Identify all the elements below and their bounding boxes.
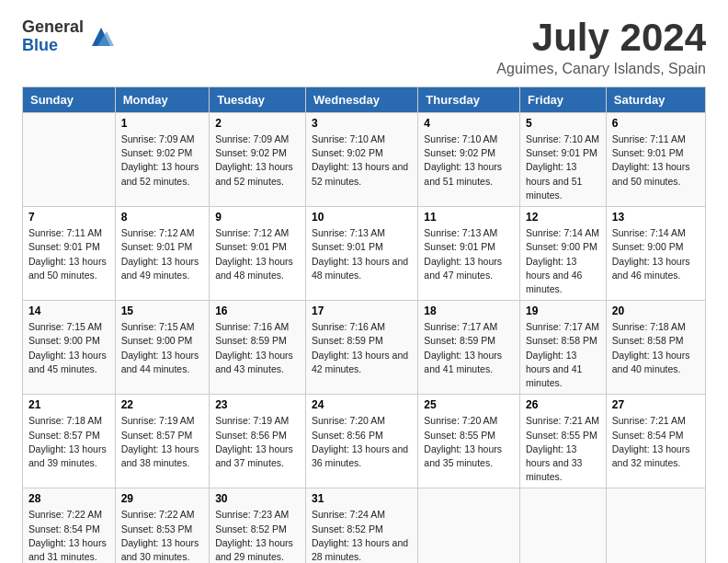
day-number: 8 <box>121 211 204 224</box>
calendar-week-row: 21Sunrise: 7:18 AM Sunset: 8:57 PM Dayli… <box>23 395 706 488</box>
day-info: Sunrise: 7:16 AM Sunset: 8:59 PM Dayligh… <box>215 320 300 376</box>
calendar-cell: 5Sunrise: 7:10 AM Sunset: 9:01 PM Daylig… <box>520 113 607 207</box>
calendar-cell: 26Sunrise: 7:21 AM Sunset: 8:55 PM Dayli… <box>520 395 607 488</box>
day-number: 4 <box>424 117 514 130</box>
day-number: 18 <box>424 304 514 317</box>
calendar-cell: 17Sunrise: 7:16 AM Sunset: 8:59 PM Dayli… <box>306 301 418 395</box>
calendar-week-row: 28Sunrise: 7:22 AM Sunset: 8:54 PM Dayli… <box>23 488 706 563</box>
day-info: Sunrise: 7:15 AM Sunset: 9:00 PM Dayligh… <box>28 320 109 376</box>
day-info: Sunrise: 7:09 AM Sunset: 9:02 PM Dayligh… <box>215 132 300 189</box>
day-number: 10 <box>312 211 412 224</box>
day-info: Sunrise: 7:21 AM Sunset: 8:55 PM Dayligh… <box>526 414 600 484</box>
calendar-cell: 6Sunrise: 7:11 AM Sunset: 9:01 PM Daylig… <box>606 113 705 207</box>
day-info: Sunrise: 7:22 AM Sunset: 8:54 PM Dayligh… <box>28 508 109 563</box>
day-number: 20 <box>612 304 700 317</box>
calendar-cell: 28Sunrise: 7:22 AM Sunset: 8:54 PM Dayli… <box>23 488 116 563</box>
calendar-cell: 18Sunrise: 7:17 AM Sunset: 8:59 PM Dayli… <box>418 301 520 395</box>
calendar-cell: 11Sunrise: 7:13 AM Sunset: 9:01 PM Dayli… <box>418 207 520 301</box>
day-number: 7 <box>28 211 109 224</box>
calendar-cell: 22Sunrise: 7:19 AM Sunset: 8:57 PM Dayli… <box>115 395 210 488</box>
day-number: 5 <box>526 117 600 130</box>
page-header: General Blue July 2024 Aguimes, Canary I… <box>22 18 706 77</box>
day-number: 12 <box>526 211 600 224</box>
calendar-cell: 20Sunrise: 7:18 AM Sunset: 8:58 PM Dayli… <box>606 301 705 395</box>
day-info: Sunrise: 7:21 AM Sunset: 8:54 PM Dayligh… <box>612 414 700 470</box>
day-info: Sunrise: 7:12 AM Sunset: 9:01 PM Dayligh… <box>121 226 204 282</box>
day-info: Sunrise: 7:12 AM Sunset: 9:01 PM Dayligh… <box>215 226 300 282</box>
day-number: 22 <box>121 398 204 411</box>
calendar-cell: 21Sunrise: 7:18 AM Sunset: 8:57 PM Dayli… <box>23 395 116 488</box>
day-number: 11 <box>424 211 514 224</box>
calendar-cell: 15Sunrise: 7:15 AM Sunset: 9:00 PM Dayli… <box>115 301 210 395</box>
calendar-week-row: 1Sunrise: 7:09 AM Sunset: 9:02 PM Daylig… <box>23 113 706 207</box>
month-year-title: July 2024 <box>496 18 706 57</box>
column-header-tuesday: Tuesday <box>210 87 306 113</box>
day-info: Sunrise: 7:17 AM Sunset: 8:59 PM Dayligh… <box>424 320 514 376</box>
calendar-cell: 23Sunrise: 7:19 AM Sunset: 8:56 PM Dayli… <box>210 395 306 488</box>
column-header-thursday: Thursday <box>418 87 520 113</box>
calendar-cell: 2Sunrise: 7:09 AM Sunset: 9:02 PM Daylig… <box>210 113 306 207</box>
day-number: 31 <box>312 492 412 505</box>
day-number: 9 <box>215 211 300 224</box>
calendar-cell: 29Sunrise: 7:22 AM Sunset: 8:53 PM Dayli… <box>115 488 210 563</box>
calendar-cell: 10Sunrise: 7:13 AM Sunset: 9:01 PM Dayli… <box>306 207 418 301</box>
calendar-cell: 4Sunrise: 7:10 AM Sunset: 9:02 PM Daylig… <box>418 113 520 207</box>
calendar-cell <box>23 113 116 207</box>
day-number: 25 <box>424 398 514 411</box>
calendar-cell: 8Sunrise: 7:12 AM Sunset: 9:01 PM Daylig… <box>115 207 210 301</box>
column-header-sunday: Sunday <box>23 87 116 113</box>
calendar-cell: 1Sunrise: 7:09 AM Sunset: 9:02 PM Daylig… <box>115 113 210 207</box>
day-info: Sunrise: 7:20 AM Sunset: 8:56 PM Dayligh… <box>312 414 412 470</box>
day-info: Sunrise: 7:20 AM Sunset: 8:55 PM Dayligh… <box>424 414 514 470</box>
day-number: 24 <box>312 398 412 411</box>
day-info: Sunrise: 7:10 AM Sunset: 9:01 PM Dayligh… <box>526 132 600 202</box>
day-info: Sunrise: 7:10 AM Sunset: 9:02 PM Dayligh… <box>312 132 412 189</box>
day-number: 15 <box>121 304 204 317</box>
day-number: 21 <box>28 398 109 411</box>
day-number: 28 <box>28 492 109 505</box>
day-info: Sunrise: 7:19 AM Sunset: 8:57 PM Dayligh… <box>121 414 204 470</box>
day-number: 13 <box>612 211 700 224</box>
day-info: Sunrise: 7:11 AM Sunset: 9:01 PM Dayligh… <box>612 132 700 189</box>
day-info: Sunrise: 7:19 AM Sunset: 8:56 PM Dayligh… <box>215 414 300 470</box>
day-number: 26 <box>526 398 600 411</box>
day-info: Sunrise: 7:13 AM Sunset: 9:01 PM Dayligh… <box>424 226 514 282</box>
day-info: Sunrise: 7:22 AM Sunset: 8:53 PM Dayligh… <box>121 508 204 563</box>
logo: General Blue <box>22 18 114 55</box>
day-number: 6 <box>612 117 700 130</box>
calendar-body: 1Sunrise: 7:09 AM Sunset: 9:02 PM Daylig… <box>23 113 706 564</box>
day-number: 30 <box>215 492 300 505</box>
day-info: Sunrise: 7:18 AM Sunset: 8:57 PM Dayligh… <box>28 414 109 470</box>
day-info: Sunrise: 7:14 AM Sunset: 9:00 PM Dayligh… <box>526 226 600 296</box>
day-number: 17 <box>312 304 412 317</box>
day-number: 27 <box>612 398 700 411</box>
day-info: Sunrise: 7:23 AM Sunset: 8:52 PM Dayligh… <box>215 508 300 563</box>
calendar-cell: 12Sunrise: 7:14 AM Sunset: 9:00 PM Dayli… <box>520 207 607 301</box>
calendar-header: SundayMondayTuesdayWednesdayThursdayFrid… <box>23 87 706 113</box>
day-info: Sunrise: 7:14 AM Sunset: 9:00 PM Dayligh… <box>612 226 700 282</box>
column-header-monday: Monday <box>115 87 210 113</box>
logo-icon <box>88 24 114 50</box>
day-info: Sunrise: 7:09 AM Sunset: 9:02 PM Dayligh… <box>121 132 204 189</box>
day-number: 29 <box>121 492 204 505</box>
day-info: Sunrise: 7:10 AM Sunset: 9:02 PM Dayligh… <box>424 132 514 189</box>
day-number: 14 <box>28 304 109 317</box>
calendar-cell: 16Sunrise: 7:16 AM Sunset: 8:59 PM Dayli… <box>210 301 306 395</box>
title-section: July 2024 Aguimes, Canary Islands, Spain <box>496 18 706 77</box>
calendar-cell: 27Sunrise: 7:21 AM Sunset: 8:54 PM Dayli… <box>606 395 705 488</box>
column-header-wednesday: Wednesday <box>306 87 418 113</box>
logo-blue-text: Blue <box>22 37 84 55</box>
calendar-week-row: 14Sunrise: 7:15 AM Sunset: 9:00 PM Dayli… <box>23 301 706 395</box>
calendar-cell <box>520 488 607 563</box>
day-number: 2 <box>215 117 300 130</box>
calendar-cell: 25Sunrise: 7:20 AM Sunset: 8:55 PM Dayli… <box>418 395 520 488</box>
logo-general-text: General <box>22 18 84 37</box>
day-info: Sunrise: 7:18 AM Sunset: 8:58 PM Dayligh… <box>612 320 700 376</box>
calendar-cell: 3Sunrise: 7:10 AM Sunset: 9:02 PM Daylig… <box>306 113 418 207</box>
day-number: 3 <box>312 117 412 130</box>
calendar-cell <box>606 488 705 563</box>
day-info: Sunrise: 7:15 AM Sunset: 9:00 PM Dayligh… <box>121 320 204 376</box>
day-info: Sunrise: 7:16 AM Sunset: 8:59 PM Dayligh… <box>312 320 412 376</box>
day-number: 23 <box>215 398 300 411</box>
calendar-cell: 9Sunrise: 7:12 AM Sunset: 9:01 PM Daylig… <box>210 207 306 301</box>
